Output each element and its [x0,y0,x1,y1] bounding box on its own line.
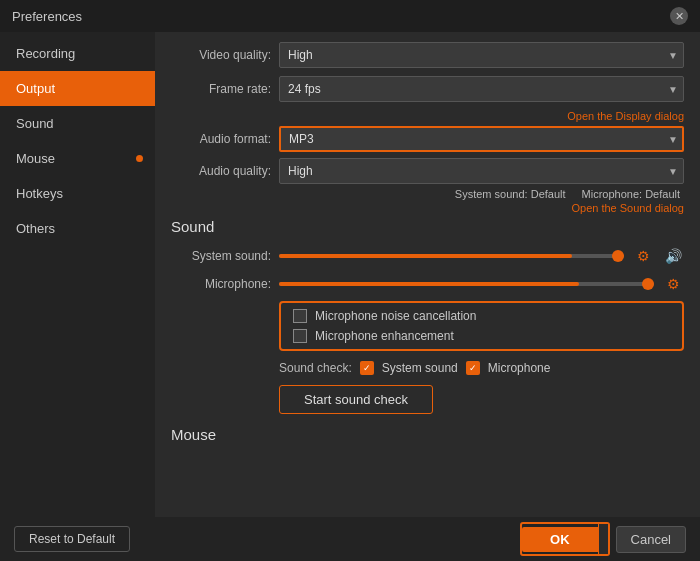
video-quality-select-wrapper: High ▼ [279,42,684,68]
content-area: Recording Output Sound Mouse Hotkeys Oth… [0,32,700,517]
reset-to-default-button[interactable]: Reset to Default [14,526,130,552]
open-sound-dialog-row: Open the Sound dialog [171,202,684,214]
mic-enhancement-label: Microphone enhancement [315,329,454,343]
footer: Reset to Default OK Cancel [0,517,700,561]
sound-check-system-checkbox[interactable]: ✓ [360,361,374,375]
sidebar-item-label: Output [16,81,55,96]
audio-format-label: Audio format: [171,132,271,146]
audio-format-select-wrapper: MP3 ▼ [279,126,684,152]
system-sound-info-label: System sound: [455,188,531,200]
system-sound-speaker-button[interactable]: 🔊 [662,245,684,267]
system-sound-slider-row: System sound: ⚙ 🔊 [171,245,684,267]
sidebar-item-output[interactable]: Output [0,71,155,106]
open-display-dialog-link[interactable]: Open the Display dialog [567,110,684,122]
video-quality-select[interactable]: High [279,42,684,68]
microphone-slider-row: Microphone: ⚙ [171,273,684,295]
start-sound-check-button[interactable]: Start sound check [279,385,433,414]
main-content: Video quality: High ▼ Frame rate: 24 fps… [155,32,700,517]
sidebar-item-sound[interactable]: Sound [0,106,155,141]
system-sound-info: System sound: Default [171,188,566,200]
audio-quality-select-wrapper: High ▼ [279,158,684,184]
microphone-slider-thumb [642,278,654,290]
frame-rate-select[interactable]: 24 fps [279,76,684,102]
sidebar-item-mouse[interactable]: Mouse [0,141,155,176]
system-sound-slider-label: System sound: [171,249,271,263]
microphone-slider-track[interactable] [279,282,654,286]
frame-rate-row: Frame rate: 24 fps ▼ [171,76,684,102]
sidebar-item-label: Mouse [16,151,55,166]
sound-section-title: Sound [171,218,684,235]
microphone-info: Microphone: Default [582,188,680,200]
microphone-options-group: Microphone noise cancellation Microphone… [279,301,684,351]
red-dot-indicator [136,155,143,162]
ok-button[interactable]: OK [522,527,598,552]
audio-format-select[interactable]: MP3 [279,126,684,152]
mouse-section-title: Mouse [171,426,684,443]
sidebar-item-recording[interactable]: Recording [0,36,155,71]
sound-check-label: Sound check: [279,361,352,375]
microphone-info-label: Microphone: [582,188,646,200]
system-sound-slider-thumb [612,250,624,262]
video-quality-row: Video quality: High ▼ [171,42,684,68]
noise-cancellation-label: Microphone noise cancellation [315,309,476,323]
preferences-window: Preferences ✕ Recording Output Sound Mou… [0,0,700,561]
audio-quality-row: Audio quality: High ▼ [171,158,684,184]
cancel-button[interactable]: Cancel [616,526,686,553]
footer-right: OK Cancel [520,522,686,556]
system-sound-info-value: Default [531,188,566,200]
open-display-dialog-row: Open the Display dialog [171,110,684,122]
sound-check-system-label: System sound [382,361,458,375]
system-sound-slider-fill [279,254,572,258]
sidebar-item-label: Hotkeys [16,186,63,201]
sidebar-item-label: Recording [16,46,75,61]
sidebar-item-hotkeys[interactable]: Hotkeys [0,176,155,211]
window-title: Preferences [12,9,82,24]
sound-check-row: Sound check: ✓ System sound ✓ Microphone [171,361,684,375]
microphone-slider-fill [279,282,579,286]
mic-enhancement-option[interactable]: Microphone enhancement [293,329,670,343]
microphone-gear-button[interactable]: ⚙ [662,273,684,295]
system-sound-slider-track[interactable] [279,254,624,258]
frame-rate-label: Frame rate: [171,82,271,96]
frame-rate-select-wrapper: 24 fps ▼ [279,76,684,102]
sound-check-mic-checkbox[interactable]: ✓ [466,361,480,375]
sound-section: Sound System sound: ⚙ 🔊 Microphone: [171,218,684,414]
ok-button-arrow[interactable] [598,524,608,554]
microphone-slider-label: Microphone: [171,277,271,291]
sound-check-mic-label: Microphone [488,361,551,375]
title-bar: Preferences ✕ [0,0,700,32]
noise-cancellation-option[interactable]: Microphone noise cancellation [293,309,670,323]
system-sound-gear-button[interactable]: ⚙ [632,245,654,267]
sidebar-item-label: Others [16,221,55,236]
close-button[interactable]: ✕ [670,7,688,25]
video-quality-label: Video quality: [171,48,271,62]
mic-enhancement-checkbox[interactable] [293,329,307,343]
microphone-info-value: Default [645,188,680,200]
audio-quality-select[interactable]: High [279,158,684,184]
audio-format-row: Audio format: MP3 ▼ [171,126,684,152]
open-sound-dialog-link[interactable]: Open the Sound dialog [571,202,684,214]
sidebar-item-others[interactable]: Others [0,211,155,246]
ok-button-group: OK [520,522,610,556]
noise-cancellation-checkbox[interactable] [293,309,307,323]
system-info-row: System sound: Default Microphone: Defaul… [171,188,684,200]
sidebar-item-label: Sound [16,116,54,131]
audio-quality-label: Audio quality: [171,164,271,178]
sidebar: Recording Output Sound Mouse Hotkeys Oth… [0,32,155,517]
